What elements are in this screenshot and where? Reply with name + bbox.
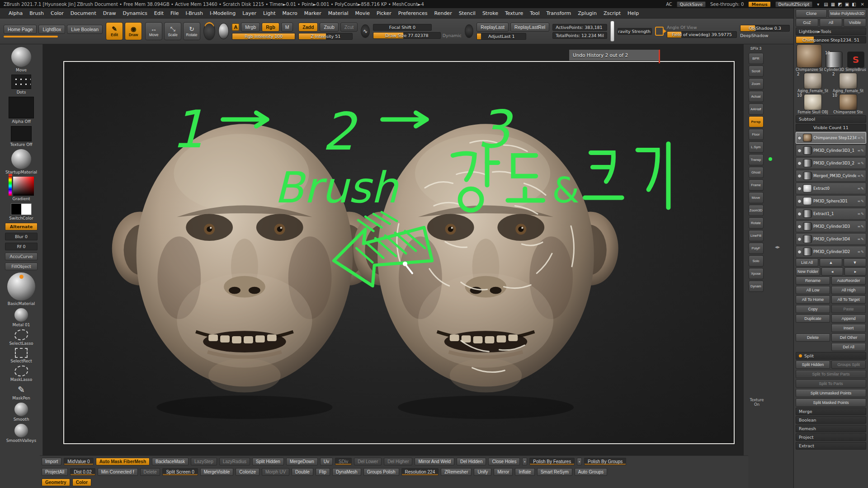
subtool-row[interactable]: PM3D_Cylinder3D3_1 ≡✎	[796, 145, 866, 156]
rotate-button[interactable]: ↻Rotate	[183, 22, 200, 40]
z-intensity-slider[interactable]: Z Intensity 51	[298, 33, 353, 40]
subtool-row[interactable]: Extract1_1 ≡✎	[796, 208, 866, 220]
subtool-action-button[interactable]: All To Target	[831, 296, 866, 304]
subtool-row[interactable]: PM3D_Cylinder3D4 ≡✎	[796, 233, 866, 245]
subtool-action-button[interactable]: Duplicate	[796, 314, 830, 323]
brush-preview-icon[interactable]	[203, 22, 215, 40]
subtool-row[interactable]: Merged_PM3D_Cylinder3D5 ≡✎	[796, 170, 866, 182]
palette-section-header[interactable]: Merge	[796, 408, 866, 415]
bottom-button[interactable]: Polish By Groups	[584, 458, 626, 465]
left-shelf-item[interactable]: MaskPen	[12, 384, 30, 400]
bottom-button[interactable]: ZRemesher	[441, 468, 472, 476]
bottom-button[interactable]: MergeVisible	[200, 468, 234, 476]
bottom-button[interactable]: Unify	[474, 468, 491, 476]
palette-section-header[interactable]: Project	[796, 433, 866, 441]
right-shelf-button[interactable]: Zoom	[749, 78, 764, 89]
subtool-mini-icons[interactable]: ≡✎	[858, 199, 864, 203]
subtool-mini-icons[interactable]: ≡✎	[858, 149, 864, 153]
mrgb-button[interactable]: Mrgb	[241, 23, 260, 32]
visibility-eye-icon[interactable]	[797, 187, 802, 191]
left-shelf-item[interactable]: Dots	[11, 75, 31, 94]
bottom-button[interactable]: Double	[292, 468, 313, 476]
obj-shadow-slider[interactable]: ObjShadow 0.3	[740, 25, 790, 32]
edit-button[interactable]: ✎Edit	[106, 22, 123, 40]
bottom-button[interactable]: Split Screen 0	[162, 468, 198, 476]
menu-item[interactable]: Zscript	[600, 9, 624, 17]
right-shelf-button[interactable]: Frame	[749, 179, 764, 191]
menu-item[interactable]: File	[167, 9, 182, 17]
zcut-button[interactable]: Zcut	[340, 23, 358, 32]
left-shelf-item[interactable]: Metal 01	[12, 308, 30, 327]
list-all-button[interactable]: List All	[796, 258, 818, 267]
subtool-action-button[interactable]: AutoReorder	[831, 277, 866, 285]
default-zscript-button[interactable]: DefaultZScript	[775, 1, 813, 7]
right-shelf-button[interactable]: LineFill	[749, 230, 764, 241]
left-shelf-item[interactable]: BasicMaterial	[7, 272, 35, 306]
see-through-slider[interactable]: See-through: 0	[710, 2, 744, 7]
menu-item[interactable]: Movie	[352, 9, 373, 17]
visibility-eye-icon[interactable]	[797, 212, 802, 216]
menu-item[interactable]: Stencil	[456, 9, 479, 17]
split-action-button[interactable]: Split To Similar Parts	[796, 370, 866, 378]
live-boolean-button[interactable]: Live Boolean	[67, 25, 103, 34]
menu-item[interactable]: Document	[67, 9, 99, 17]
texture-on-label[interactable]: Texture On	[747, 398, 767, 407]
active-tool-slider[interactable]: Chimpanzee Step1234. 51	[796, 36, 866, 43]
clone-button[interactable]: Clone	[796, 9, 827, 18]
subtool-mini-icons[interactable]: ≡✎	[858, 136, 864, 140]
subtool-mini-icons[interactable]: ≡✎	[858, 250, 864, 254]
subtool-mini-icons[interactable]: ≡✎	[858, 212, 864, 216]
tool-thumbnail[interactable]: 10 Female Skull OBJ	[796, 94, 830, 114]
goz-all-button[interactable]: All	[820, 19, 842, 27]
split-action-button[interactable]: Split Hidden	[796, 361, 830, 369]
left-shelf-item[interactable]: SelectLasso	[9, 329, 33, 346]
palette-tab[interactable]: Color	[72, 479, 91, 486]
bottom-button[interactable]: SDiv	[335, 458, 352, 465]
bottom-button[interactable]: Auto Groups	[575, 468, 607, 476]
bottom-button[interactable]: Resolution 224	[401, 468, 439, 476]
stroke-type-icon[interactable]: ∿	[361, 24, 370, 38]
left-shelf-item[interactable]: Alternate	[5, 223, 38, 230]
bottom-button[interactable]: Delete	[140, 468, 160, 476]
subtool-up-icon[interactable]: ▲	[820, 258, 842, 267]
menu-item[interactable]: Light	[260, 9, 278, 17]
folder-right-icon[interactable]: ▸	[844, 267, 866, 276]
right-shelf-button[interactable]: SPix 3	[749, 45, 764, 52]
split-action-button[interactable]: Split To Parts	[796, 380, 866, 388]
bottom-button[interactable]: Inflate	[515, 468, 534, 476]
menu-item[interactable]: Stroke	[479, 9, 501, 17]
bottom-button[interactable]: •	[577, 458, 582, 465]
menu-item[interactable]: Picker	[373, 9, 395, 17]
replay-last-rel-button[interactable]: ReplayLastRel	[510, 23, 549, 32]
right-shelf-button[interactable]: Actual	[749, 91, 764, 102]
tray-collapse-handle[interactable]: ◂▸	[775, 244, 780, 250]
menu-item[interactable]: Tool	[527, 9, 542, 17]
right-shelf-button[interactable]: AAHalf	[749, 103, 764, 115]
bottom-button[interactable]: Dist 0.02	[70, 468, 95, 476]
right-shelf-button[interactable]: Solo	[749, 255, 764, 267]
right-shelf-button[interactable]: Rotate	[749, 217, 764, 229]
bottom-button[interactable]: Del Higher	[384, 458, 412, 465]
left-shelf-item[interactable]: Alpha Off	[9, 97, 34, 124]
split-action-button[interactable]: Split Unmasked Points	[796, 389, 866, 397]
split-action-button[interactable]: Split Masked Points	[796, 399, 866, 407]
tool-thumbnail[interactable]: 10 Chimpanzee Ste	[831, 94, 865, 114]
adjust-last-slider[interactable]: AdjustLast 1	[476, 33, 526, 40]
subtool-mini-icons[interactable]: ≡✎	[858, 161, 864, 165]
palette-section-header[interactable]: Boolean	[796, 416, 866, 424]
visibility-eye-icon[interactable]	[797, 161, 802, 165]
subtool-action-button[interactable]: Rename	[796, 277, 830, 285]
right-shelf-button[interactable]: Floor	[749, 129, 764, 140]
bottom-button[interactable]: BackfaceMask	[152, 458, 189, 465]
zadd-button[interactable]: Zadd	[298, 23, 318, 32]
menu-item[interactable]: Texture	[502, 9, 526, 17]
bottom-button[interactable]: Close Holes	[488, 458, 520, 465]
menu-item[interactable]: Dynamics	[120, 9, 151, 17]
tool-thumbnail[interactable]: 2 Aging_Female_St	[796, 73, 830, 93]
subtool-action-button[interactable]: Append	[831, 314, 866, 323]
subtool-action-button[interactable]: Paste	[831, 305, 866, 313]
right-shelf-button[interactable]: Zoom3D	[749, 205, 764, 216]
left-shelf-item[interactable]: StartupMaterial	[5, 149, 37, 174]
subtool-mini-icons[interactable]: ≡✎	[858, 225, 864, 229]
menu-item[interactable]: Color	[47, 9, 67, 17]
